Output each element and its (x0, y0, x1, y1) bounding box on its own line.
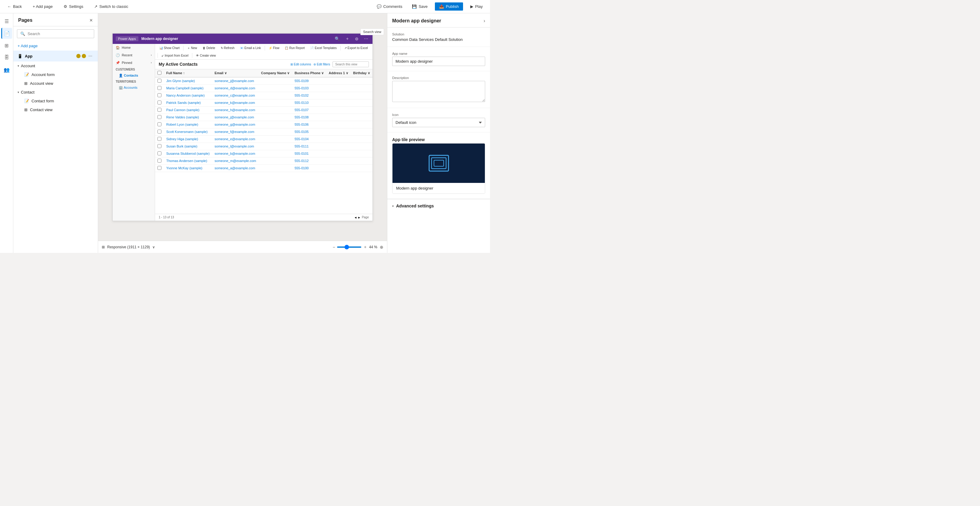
contact-phone[interactable]: 555-0106 (292, 121, 326, 128)
crm-nav-pinned[interactable]: 📌 Pinned › (113, 59, 155, 67)
account-group-header[interactable]: ▾ Account (13, 62, 98, 70)
contact-name[interactable]: Thomas Andersen (sample) (164, 157, 212, 164)
delete-button[interactable]: 🗑 Delete (201, 45, 217, 51)
next-page-button[interactable]: ▸ (358, 215, 360, 220)
contact-group-header[interactable]: ▾ Contact (13, 88, 98, 97)
contact-name[interactable]: Susanna Stubberod (sample) (164, 150, 212, 157)
row-checkbox[interactable] (158, 159, 161, 162)
sidebar-item-account-form[interactable]: 📝 Account form (13, 70, 98, 79)
crm-nav-accounts[interactable]: 🏢 Accounts (113, 84, 155, 91)
contact-name[interactable]: Scott Konersmann (sample) (164, 128, 212, 135)
people-icon[interactable]: 👥 (1, 64, 12, 75)
prev-page-button[interactable]: ◂ (355, 215, 356, 220)
crm-add-icon[interactable]: ＋ (344, 36, 351, 41)
contact-phone[interactable]: 555-0101 (292, 150, 326, 157)
row-checkbox[interactable] (158, 79, 161, 83)
back-button[interactable]: ← Back (5, 3, 24, 10)
fit-screen-button[interactable]: ⊕ (380, 245, 383, 250)
contact-email[interactable]: someone_m@example.com (212, 157, 259, 164)
hamburger-menu-icon[interactable]: ☰ (1, 16, 12, 27)
search-input[interactable] (27, 32, 91, 36)
zoom-in-button[interactable]: ＋ (363, 244, 368, 250)
refresh-button[interactable]: ↻ Refresh (219, 45, 237, 51)
data-icon[interactable]: 🗄 (1, 52, 12, 63)
settings-button[interactable]: ⚙ Settings (61, 3, 86, 10)
contact-name[interactable]: Robert Lyon (sample) (164, 121, 212, 128)
contact-phone[interactable]: 555-0109 (292, 77, 326, 85)
row-checkbox[interactable] (158, 86, 161, 90)
contact-email[interactable]: someone_c@example.com (212, 92, 259, 99)
contact-phone[interactable]: 555-0102 (292, 92, 326, 99)
contact-phone[interactable]: 555-0112 (292, 157, 326, 164)
save-button[interactable]: 💾 Save (409, 3, 430, 10)
crm-nav-home[interactable]: 🏠 Home (113, 44, 155, 51)
edit-columns-button[interactable]: ⊞ Edit columns (290, 63, 311, 66)
select-all-checkbox[interactable] (158, 71, 161, 75)
contact-name[interactable]: Sidney Higa (sample) (164, 135, 212, 143)
contact-phone[interactable]: 555-0110 (292, 99, 326, 106)
comments-button[interactable]: 💬 Comments (374, 3, 405, 10)
crm-nav-contacts[interactable]: 👤 Contacts (113, 72, 155, 79)
crm-more-icon[interactable]: ⋯ (363, 37, 369, 41)
contact-phone[interactable]: 555-0107 (292, 106, 326, 113)
contact-name[interactable]: Nancy Anderson (sample) (164, 92, 212, 99)
row-checkbox[interactable] (158, 93, 161, 97)
sidebar-item-contact-form[interactable]: 📝 Contact form (13, 97, 98, 105)
icon-select[interactable]: Default icon (392, 118, 485, 127)
contact-phone[interactable]: 555-0105 (292, 128, 326, 135)
crm-search-icon[interactable]: 🔍 (333, 37, 341, 41)
contact-phone[interactable]: 555-0100 (292, 164, 326, 172)
contact-name[interactable]: Susan Burk (sample) (164, 143, 212, 150)
app-name-input[interactable] (392, 57, 485, 66)
row-checkbox[interactable] (158, 137, 161, 141)
row-checkbox[interactable] (158, 123, 161, 126)
contact-email[interactable]: someone_e@example.com (212, 135, 259, 143)
edit-filters-button[interactable]: ⊜ Edit filters (313, 63, 330, 66)
contact-phone[interactable]: 555-0108 (292, 113, 326, 121)
contact-email[interactable]: someone_a@example.com (212, 164, 259, 172)
import-excel-button[interactable]: ↙ Import from Excel (160, 53, 190, 58)
contact-name[interactable]: Paul Cannon (sample) (164, 106, 212, 113)
export-excel-button[interactable]: ↗ Export to Excel (342, 45, 370, 51)
sidebar-item-contact-view[interactable]: ⊞ Contact view (13, 105, 98, 114)
contact-name[interactable]: Maria Campbell (sample) (164, 84, 212, 92)
flow-button[interactable]: ⚡ Flow (267, 45, 282, 51)
new-button[interactable]: ＋ New (185, 45, 199, 51)
row-checkbox[interactable] (158, 144, 161, 148)
row-checkbox[interactable] (158, 130, 161, 134)
app-row[interactable]: 📱 App ··· (13, 51, 98, 62)
right-panel-expand-button[interactable]: › (484, 18, 485, 24)
crm-filter-icon[interactable]: ⊜ (354, 37, 360, 41)
row-checkbox[interactable] (158, 151, 161, 155)
email-link-button[interactable]: 📧 Email a Link (238, 45, 262, 51)
search-view-input[interactable] (332, 62, 369, 67)
publish-button[interactable]: 📤 Publish (435, 2, 463, 11)
contact-phone[interactable]: 555-0103 (292, 84, 326, 92)
contact-name[interactable]: Yvonne McKay (sample) (164, 164, 212, 172)
contact-email[interactable]: someone_j@example.com (212, 113, 259, 121)
contact-name[interactable]: Jim Glynn (sample) (164, 77, 212, 85)
contact-email[interactable]: someone_l@example.com (212, 143, 259, 150)
contact-email[interactable]: someone_h@example.com (212, 106, 259, 113)
contact-name[interactable]: Patrick Sands (sample) (164, 99, 212, 106)
row-checkbox[interactable] (158, 100, 161, 105)
contact-email[interactable]: someone_f@example.com (212, 128, 259, 135)
contact-email[interactable]: someone_k@example.com (212, 99, 259, 106)
contact-email[interactable]: someone_d@example.com (212, 84, 259, 92)
contact-phone[interactable]: 555-0104 (292, 135, 326, 143)
advanced-settings-toggle[interactable]: ▾ Advanced settings (387, 199, 490, 213)
row-checkbox[interactable] (158, 108, 161, 112)
contact-phone[interactable]: 555-0111 (292, 143, 326, 150)
add-page-item[interactable]: + Add page (13, 41, 98, 51)
pages-icon[interactable]: 📄 (1, 28, 12, 39)
zoom-out-button[interactable]: − (332, 245, 335, 250)
contact-name[interactable]: Rene Valdes (sample) (164, 113, 212, 121)
show-chart-button[interactable]: 📊 Show Chart (158, 45, 181, 51)
sidebar-close-button[interactable]: ✕ (89, 18, 93, 23)
app-more-button[interactable]: ··· (87, 53, 94, 59)
components-icon[interactable]: ⊞ (1, 40, 12, 51)
add-page-button[interactable]: + Add page (30, 3, 55, 10)
row-checkbox[interactable] (158, 115, 161, 119)
excel-templates-button[interactable]: 📄 Excel Templates (308, 45, 338, 51)
run-report-button[interactable]: 📋 Run Report (283, 45, 307, 51)
